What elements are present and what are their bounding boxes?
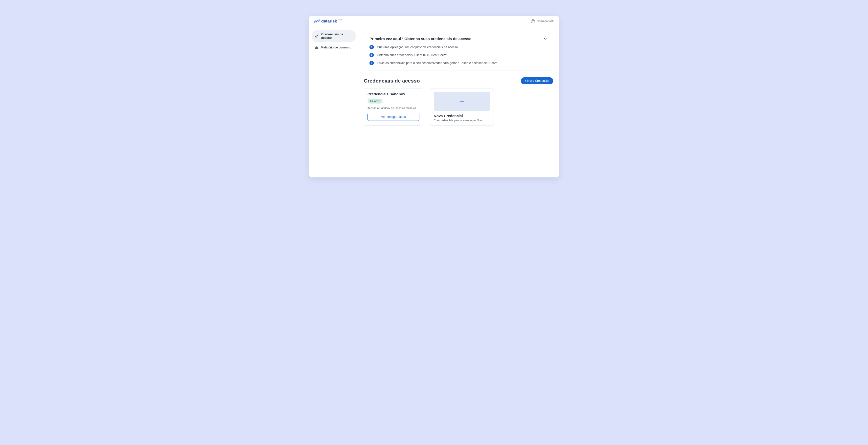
- app-window: datariskAPI by Nomedoperfil Credenciais …: [309, 16, 559, 177]
- top-bar: datariskAPI by Nomedoperfil: [309, 16, 559, 27]
- step-number: 1: [369, 45, 374, 49]
- key-icon: [315, 34, 319, 38]
- svg-point-1: [532, 20, 533, 21]
- status-label: Ativa: [374, 100, 380, 103]
- profile-label: Nomedoperfil: [537, 20, 554, 23]
- new-credential-button[interactable]: + Nova Credencial: [521, 77, 553, 84]
- new-card-desc: Crie credenciais para acesso específico: [434, 119, 490, 122]
- sidebar-item-report[interactable]: Relatório de consumo: [312, 43, 355, 52]
- sidebar: Credenciais de acesso Relatório de consu…: [309, 27, 358, 177]
- bar-chart-icon: [315, 45, 319, 49]
- intro-card: Primeira vez aqui? Obtenha suas credenci…: [364, 32, 553, 70]
- intro-step: 1 Crie uma Aplicação, um conjunto de cre…: [369, 45, 548, 49]
- sidebar-item-label: Credenciais de acesso: [321, 33, 353, 39]
- logo-icon: [314, 19, 320, 23]
- step-text: Obtenha suas credenciais: Client ID e Cl…: [377, 54, 447, 57]
- intro-step: 2 Obtenha suas credenciais: Client ID e …: [369, 53, 548, 57]
- new-credential-card[interactable]: Nova Credencial Crie credenciais para ac…: [430, 88, 494, 126]
- user-icon: [531, 19, 535, 24]
- sidebar-item-credentials[interactable]: Credenciais de acesso: [312, 30, 355, 42]
- credential-cards: Credenciais Sandbox Ativa Acesse a Sandb…: [364, 88, 553, 126]
- step-text: Envie as credenciais para o seu desenvol…: [377, 61, 498, 65]
- brand-tag: API by: [338, 19, 342, 21]
- section-title: Credenciais de acesso: [364, 78, 420, 84]
- main-content: Primeira vez aqui? Obtenha suas credenci…: [358, 27, 559, 177]
- brand-logo[interactable]: datariskAPI by: [314, 19, 342, 24]
- sidebar-item-label: Relatório de consumo: [321, 46, 351, 49]
- intro-toggle[interactable]: Primeira vez aqui? Obtenha suas credenci…: [369, 37, 548, 41]
- profile-menu[interactable]: Nomedoperfil: [531, 19, 554, 24]
- sandbox-card-title: Credenciais Sandbox: [368, 92, 420, 96]
- sandbox-card-desc: Acesse a Sandbox de todos os modelos.: [368, 106, 420, 109]
- plus-icon: [460, 99, 464, 104]
- svg-point-2: [315, 36, 317, 37]
- section-header: Credenciais de acesso + Nova Credencial: [364, 77, 553, 84]
- new-card-placeholder: [434, 92, 490, 111]
- new-card-title: Nova Credencial: [434, 114, 490, 118]
- sandbox-card: Credenciais Sandbox Ativa Acesse a Sandb…: [364, 88, 423, 126]
- intro-title: Primeira vez aqui? Obtenha suas credenci…: [369, 37, 472, 41]
- step-text: Crie uma Aplicação, um conjunto de crede…: [377, 45, 458, 49]
- step-number: 2: [369, 53, 374, 57]
- checkmark-circle-icon: [370, 100, 373, 103]
- status-badge: Ativa: [368, 99, 382, 104]
- step-number: 3: [369, 61, 374, 65]
- view-config-button[interactable]: Ver configurações: [368, 113, 420, 121]
- brand-name: datarisk: [321, 19, 337, 24]
- chevron-down-icon: [543, 37, 548, 41]
- intro-steps: 1 Crie uma Aplicação, um conjunto de cre…: [369, 45, 548, 65]
- intro-step: 3 Envie as credenciais para o seu desenv…: [369, 61, 548, 65]
- content-area: Credenciais de acesso Relatório de consu…: [309, 27, 559, 177]
